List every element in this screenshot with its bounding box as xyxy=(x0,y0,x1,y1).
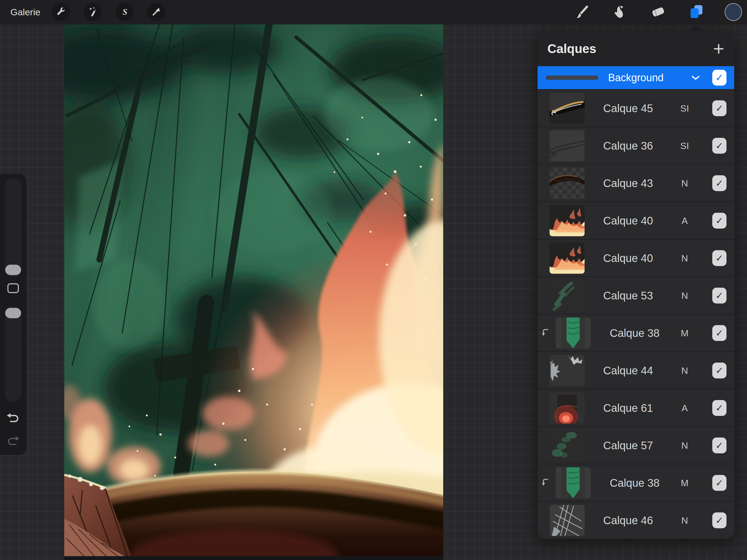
wrench-icon xyxy=(56,6,66,18)
layer-row[interactable]: Calque 44 N ✓ xyxy=(538,351,734,389)
layer-row[interactable]: Calque 36 SI ✓ xyxy=(538,127,734,164)
layer-thumbnail[interactable] xyxy=(549,93,585,124)
brush-icon xyxy=(574,4,590,20)
actions-button[interactable] xyxy=(52,3,70,21)
layer-visibility-checkbox[interactable]: ✓ xyxy=(712,175,726,191)
layer-thumbnail[interactable] xyxy=(556,317,591,349)
redo-button[interactable] xyxy=(6,435,20,447)
layer-row[interactable]: Calque 61 A ✓ xyxy=(538,389,734,426)
layer-visibility-checkbox[interactable]: ✓ xyxy=(712,400,726,416)
smudge-icon xyxy=(611,4,627,20)
layer-blend-mode[interactable]: N xyxy=(676,515,693,526)
layer-blend-mode[interactable]: SI xyxy=(676,103,693,113)
layer-blend-mode[interactable]: M xyxy=(676,478,693,488)
layer-visibility-checkbox[interactable]: ✓ xyxy=(712,475,726,491)
layer-thumbnail[interactable] xyxy=(549,280,585,311)
background-visibility-checkbox[interactable]: ✓ xyxy=(712,70,726,85)
canvas-artwork[interactable] xyxy=(64,24,443,560)
layer-visibility-checkbox[interactable]: ✓ xyxy=(712,138,726,154)
layer-row[interactable]: Calque 40 A ✓ xyxy=(538,202,734,239)
layer-visibility-checkbox[interactable]: ✓ xyxy=(712,512,726,528)
layer-thumbnail[interactable] xyxy=(549,130,585,161)
layers-panel-title: Calques xyxy=(547,41,596,56)
background-layer-label: Background xyxy=(538,66,734,89)
layer-name: Calque 44 xyxy=(603,364,653,377)
layer-name: Calque 38 xyxy=(610,327,660,339)
transform-arrow-icon xyxy=(151,6,161,18)
undo-icon xyxy=(6,421,20,425)
layer-name: Calque 40 xyxy=(603,214,653,227)
layer-row[interactable]: Calque 40 N ✓ xyxy=(538,239,734,276)
layer-thumbnail[interactable] xyxy=(549,505,585,536)
layer-visibility-checkbox[interactable]: ✓ xyxy=(712,362,726,378)
layer-blend-mode[interactable]: A xyxy=(676,215,693,226)
layers-panel: Calques + Background ✓ Calque 45 SI ✓ C xyxy=(538,31,734,539)
layer-name: Calque 53 xyxy=(603,289,653,302)
smudge-tool-button[interactable] xyxy=(611,4,627,20)
brush-size-slider[interactable] xyxy=(5,178,21,277)
modify-button[interactable] xyxy=(7,283,19,293)
selection-s-icon: S xyxy=(120,6,130,18)
layer-blend-mode[interactable]: A xyxy=(676,403,693,413)
magic-wand-icon xyxy=(88,6,98,18)
layer-thumbnail[interactable] xyxy=(549,392,585,424)
redo-icon xyxy=(6,443,20,448)
layer-name: Calque 57 xyxy=(603,439,653,452)
layer-row[interactable]: Calque 43 N ✓ xyxy=(538,164,734,202)
layer-thumbnail[interactable] xyxy=(549,205,585,236)
layer-blend-mode[interactable]: N xyxy=(676,290,693,301)
brush-sidebar xyxy=(0,174,26,455)
layer-name: Calque 45 xyxy=(603,102,653,114)
layer-row[interactable]: Calque 45 SI ✓ xyxy=(538,89,734,127)
eraser-tool-button[interactable] xyxy=(650,4,666,20)
opacity-handle[interactable] xyxy=(5,308,21,318)
layer-name: Calque 38 xyxy=(610,477,660,489)
layer-visibility-checkbox[interactable]: ✓ xyxy=(712,213,726,229)
layer-visibility-checkbox[interactable]: ✓ xyxy=(712,437,726,453)
layer-visibility-checkbox[interactable]: ✓ xyxy=(712,100,726,116)
layer-row[interactable]: Calque 46 N ✓ xyxy=(538,501,734,539)
clipping-mask-icon xyxy=(541,478,549,487)
brush-size-handle[interactable] xyxy=(5,265,21,275)
layer-row[interactable]: Calque 57 N ✓ xyxy=(538,426,734,464)
active-color-swatch[interactable] xyxy=(725,3,742,21)
top-toolbar: Galerie S xyxy=(0,0,747,24)
background-layer-row[interactable]: Background ✓ xyxy=(538,66,734,89)
layer-name: Calque 40 xyxy=(603,252,653,264)
adjustments-button[interactable] xyxy=(84,3,102,21)
burning-ship-painting xyxy=(64,24,443,560)
layer-blend-mode[interactable]: N xyxy=(676,365,693,376)
layer-row[interactable]: Calque 53 N ✓ xyxy=(538,276,734,314)
layer-name: Calque 61 xyxy=(603,402,653,414)
layer-name: Calque 46 xyxy=(603,514,653,526)
gallery-button[interactable]: Galerie xyxy=(10,0,41,24)
layer-thumbnail[interactable] xyxy=(549,168,585,199)
layer-blend-mode[interactable]: M xyxy=(676,328,693,338)
eraser-icon xyxy=(650,4,666,20)
undo-button[interactable] xyxy=(6,412,20,424)
layer-thumbnail[interactable] xyxy=(549,430,585,461)
layer-row[interactable]: Calque 38 M ✓ xyxy=(538,314,734,351)
selection-button[interactable]: S xyxy=(115,3,134,21)
add-layer-button[interactable]: + xyxy=(712,39,726,58)
transform-button[interactable] xyxy=(147,3,165,21)
chevron-down-icon[interactable] xyxy=(692,75,700,80)
layer-row[interactable]: Calque 38 M ✓ xyxy=(538,464,734,501)
clipping-mask-icon xyxy=(541,328,549,337)
layer-name: Calque 36 xyxy=(603,139,653,152)
layer-thumbnail[interactable] xyxy=(556,467,591,499)
layer-thumbnail[interactable] xyxy=(549,243,585,274)
layer-blend-mode[interactable]: N xyxy=(676,253,693,263)
layer-thumbnail[interactable] xyxy=(549,355,585,386)
layers-panel-button[interactable] xyxy=(688,4,704,20)
layer-blend-mode[interactable]: SI xyxy=(676,140,693,151)
brush-tool-button[interactable] xyxy=(574,4,590,20)
layer-visibility-checkbox[interactable]: ✓ xyxy=(712,325,726,341)
layer-blend-mode[interactable]: N xyxy=(676,178,693,188)
layer-visibility-checkbox[interactable]: ✓ xyxy=(712,250,726,266)
layers-icon xyxy=(689,4,704,20)
layer-blend-mode[interactable]: N xyxy=(676,440,693,451)
opacity-slider[interactable] xyxy=(5,306,21,402)
layer-visibility-checkbox[interactable]: ✓ xyxy=(712,288,726,304)
svg-text:S: S xyxy=(123,7,127,17)
